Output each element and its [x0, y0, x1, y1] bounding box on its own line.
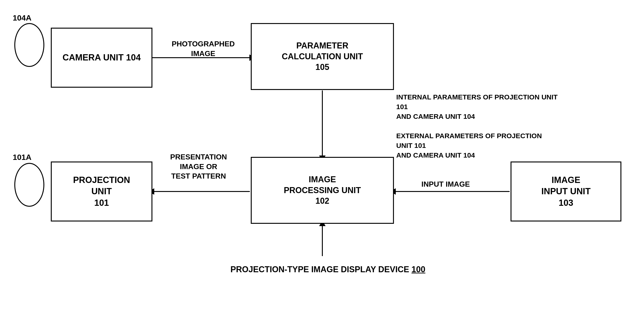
- projection-lens-label: 101A: [13, 153, 32, 162]
- presentation-image-label: PRESENTATIONIMAGE ORTEST PATTERN: [157, 152, 240, 181]
- device-number: 100: [412, 265, 425, 274]
- diagram: 104A CAMERA UNIT 104 PARAMETERCALCULATIO…: [0, 0, 644, 311]
- camera-unit-box: CAMERA UNIT 104: [51, 28, 152, 88]
- parameters-label: INTERNAL PARAMETERS OF PROJECTION UNIT 1…: [396, 92, 558, 160]
- parameter-calc-box: PARAMETERCALCULATION UNIT105: [251, 23, 394, 90]
- image-processing-box: IMAGEPROCESSING UNIT102: [251, 157, 394, 224]
- projection-lens-oval: [14, 163, 44, 207]
- image-input-box: IMAGEINPUT UNIT103: [510, 162, 621, 222]
- photographed-image-label: PHOTOGRAPHEDIMAGE: [168, 39, 238, 58]
- device-title-label: PROJECTION-TYPE IMAGE DISPLAY DEVICE 100: [189, 264, 466, 275]
- projection-unit-box: PROJECTIONUNIT101: [51, 162, 152, 222]
- input-image-label: INPUT IMAGE: [413, 180, 478, 189]
- camera-lens-label: 104A: [13, 13, 32, 22]
- camera-lens-oval: [14, 23, 44, 67]
